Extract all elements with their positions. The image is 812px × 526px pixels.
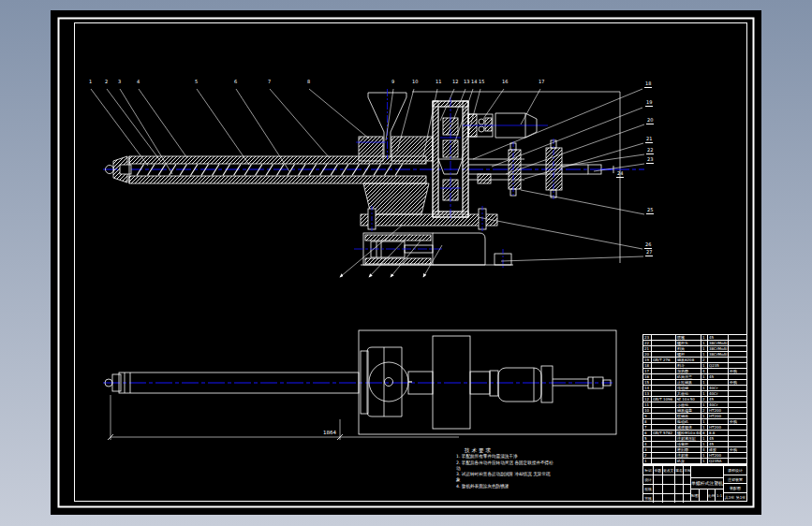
title-block-cell: 处数 [653,466,662,475]
balloon-number: 13 [464,80,469,84]
title-block-cell [683,485,691,493]
cad-app-window: { "colors":{"model_space_bg":"#000000","… [0,0,812,526]
title-block-cell: 审核 [643,494,653,503]
balloon-number: 16 [502,80,508,84]
balloon-number: 17 [539,80,544,84]
title-block-cell [653,485,662,493]
drawing-title: 单螺杆式注塑机 [691,478,723,489]
title-block-cell: 标记 [643,466,653,475]
balloon-number: 4 [137,80,140,84]
balloon-number: 25 [646,208,654,214]
balloon-number: 24 [616,171,624,178]
title-block-cell: 制图 [691,489,699,502]
overall-dimension: 1864 [108,395,459,440]
balloon-number: 18 [644,81,652,88]
balloon-number: 15 [479,80,484,84]
base-plate [361,183,497,232]
title-block-info-cell: 装配图 [724,483,746,492]
title-block-row: 标记处数更改文件号签名日期 [643,466,690,475]
title-block-cell: 校核 [643,485,653,493]
balloon-number: 10 [412,80,418,84]
title-block-cell [674,475,683,484]
title-block-info: 课程设计注塑装置装配图共1张 第1张 [724,466,746,501]
title-block-cell [662,485,674,493]
balloon-number: 14 [471,80,477,84]
title-block-empty-cell [691,466,723,478]
balloon-number: 19 [645,100,653,107]
balloon-number: 12 [452,80,458,84]
title-block-info-cell: 注塑装置 [724,475,746,484]
title-block-info-cell: 共1张 第1张 [724,492,746,502]
title-block-cell: 日期 [683,466,691,475]
balloon-number: 27 [645,250,653,256]
parts-list-table: 23喷嘴14522螺杆头138CrMoAl21料筒138CrMoAl20螺杆13… [642,334,747,465]
balloon-number: 2 [105,80,108,84]
tech-requirements-title: 技术要求 [465,447,606,453]
title-block-cell: 1:1 [715,489,723,502]
title-block-cell [674,485,683,493]
balloon-number: 8 [307,80,310,84]
balloon-number: 3 [118,80,121,84]
title-block: 标记处数更改文件号签名日期设计校核审核 单螺杆式注塑机 制图比例1:1 课程设计… [642,465,747,502]
hydraulic-cylinder [354,233,513,269]
title-block-center: 单螺杆式注塑机 制图比例1:1 [691,466,724,501]
title-block-signature-grid: 标记处数更改文件号签名日期设计校核审核 [643,466,691,501]
main-view [91,89,644,277]
balloon-number: 20 [646,118,654,124]
balloon-number: 5 [195,80,198,84]
title-block-cell [653,494,662,503]
tech-requirements-line: 4. 整机外表面涂灰色防锈漆 [456,484,606,489]
title-block-cell [674,494,683,503]
title-block-row: 校核 [643,484,690,493]
title-block-cell [683,475,691,484]
title-block-cell: 设计 [643,475,653,484]
title-block-row: 审核 [643,493,690,503]
title-block-cell: 更改文件号 [662,466,674,475]
dimension-value: 1864 [323,430,336,435]
title-block-cell: 比例 [707,489,716,502]
title-block-cell [699,489,707,502]
title-block-cell [662,475,674,484]
balloon-number: 7 [268,80,271,84]
balloon-number: 9 [391,80,394,84]
balloon-number: 6 [234,80,237,84]
title-block-cell [653,475,662,484]
balloon-number: 1 [89,80,92,84]
title-block-row: 设计 [643,475,690,484]
technical-requirements: 技术要求 1. 装配前所有零件均需清洗干净2. 装配后各传动件应转动灵活 各固定… [456,447,606,489]
title-block-cell [683,494,691,503]
balloon-number: 22 [646,148,654,154]
title-block-info-cell: 课程设计 [724,466,746,475]
feed-throat [356,137,433,161]
title-block-cell [662,494,674,503]
balloon-number: 26 [644,242,652,249]
balloon-number: 11 [436,80,441,84]
side-view: 1864 [103,330,616,440]
gearbox-section [433,97,468,221]
balloon-number: 21 [645,137,653,143]
balloon-number: 23 [646,157,654,164]
title-block-cell: 签名 [674,466,683,475]
